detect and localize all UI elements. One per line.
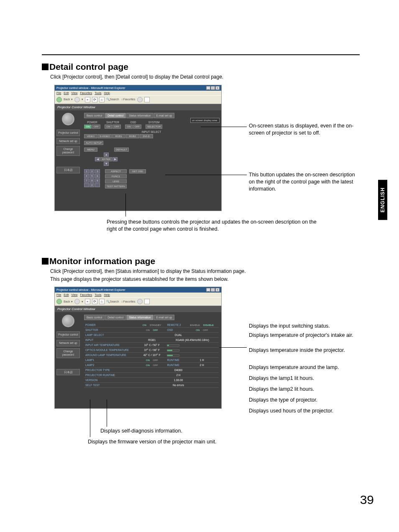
sidebar-japanese[interactable]: 日本語 [56,167,80,173]
close-icon: × [215,86,220,90]
page-number: 39 [360,493,374,507]
minimize-icon: _ [206,86,210,90]
forward-icon[interactable] [74,97,80,102]
ann-b1: Displays the input switching status. [249,323,330,330]
arrow-right[interactable]: ▶ [113,157,118,161]
shutter-off-button[interactable]: OFF [113,125,121,129]
input-video[interactable]: VIDEO [84,134,97,138]
mail-icon[interactable] [144,97,150,102]
browser-window-status: Projector control window - Microsoft Int… [54,287,222,409]
menu-button[interactable]: MENU [84,148,97,152]
browser-window-detail: Projector control window - Microsoft Int… [54,85,222,211]
ann-b7: Displays the type of projector. [249,397,317,404]
osd-display-area: on screen display area [190,118,220,123]
tab-basic[interactable]: Basic control [84,315,105,320]
ann-b10: Displays the firmware version of the pro… [88,438,217,445]
test-pattern-button[interactable]: TEST PATTERN [105,184,127,188]
ann-b8: Displays used hours of the projector. [249,407,333,415]
ann-b3: Displays temperature inside the projecto… [249,347,345,354]
window-controls[interactable]: _□× [206,86,220,90]
toolbar[interactable]: Back ▾ ▾ × ⟳ ⌂ 🔍Search ☆Favorites [55,95,221,104]
tab-status[interactable]: Status information [126,315,153,320]
enter-button[interactable]: ENTER [100,157,112,161]
language-tab: ENGLISH [378,180,387,220]
ann-b4: Displays temperature around the lamp. [249,364,339,371]
history-icon[interactable] [137,97,143,102]
heading-monitor-info: Monitor information page [42,256,360,266]
arrow-down[interactable]: ▼ [104,162,109,166]
lens-button[interactable]: LENS [105,179,127,183]
default-button[interactable]: DEFAULT [114,148,129,152]
favorites-icon[interactable]: ☆Favorites [121,98,136,101]
shutter-on-button[interactable]: ON [105,125,112,129]
osd-on-button[interactable]: ON [125,125,133,129]
sidebar-network-setup[interactable]: Network set up [56,340,80,346]
sidebar-network-setup[interactable]: Network set up [56,138,80,145]
aspect-button[interactable]: ASPECT [105,169,127,173]
tab-basic[interactable]: Basic control [84,113,105,118]
stop-icon[interactable]: × [85,97,90,102]
get-osd-button[interactable]: GET OSD [129,169,146,173]
input-dvid[interactable]: DVI-D [140,134,153,138]
keypad[interactable]: 123 456 789 0 [84,169,100,188]
home-icon[interactable]: ⌂ [99,97,105,102]
status-table: POWERON STANDBYREMOTE 2ENABLE DISABLE SH… [84,323,219,388]
sidebar-projector-control[interactable]: Projector control [56,331,80,338]
globe-icon [62,113,74,125]
tab-detail[interactable]: Detail control [105,113,126,118]
tab-status[interactable]: Status information [126,113,153,118]
power-on-button[interactable]: ON [84,125,92,129]
titlebar: Projector control window - Microsoft Int… [55,85,221,91]
input-rgb2[interactable]: RGB2 [126,134,139,138]
desc-monitor-2: This page displays the projector statuse… [50,276,360,283]
refresh-icon[interactable]: ⟳ [92,97,97,102]
tab-email[interactable]: E-mail set up [154,113,175,118]
osd-off-button[interactable]: OFF [133,125,141,129]
input-svideo[interactable]: S-VIDEO [98,134,112,138]
selector-button[interactable]: SELECTOR [146,125,162,129]
sidebar-change-password[interactable]: Change password [56,146,80,156]
desc-monitor-1: Click [Projector control], then [Status … [50,268,360,275]
sidebar-japanese[interactable]: 日本語 [56,369,80,376]
back-icon[interactable] [56,97,62,102]
desc-detail-control: Click [Projector control], then [Detail … [50,74,360,81]
sidebar-projector-control[interactable]: Projector control [56,130,80,136]
maximize-icon: □ [211,86,215,90]
heading-detail-control: Detail control page [42,62,360,72]
tab-email[interactable]: E-mail set up [154,315,175,320]
sidebar-change-password[interactable]: Change password [56,348,80,358]
power-off-button[interactable]: OFF [92,125,100,129]
input-rgb1[interactable]: RGB1 [112,134,125,138]
ann-b6: Displays the lamp2 lit hours. [249,386,314,393]
ann-b9: Displays self-diagnosis information. [100,428,182,435]
tab-detail[interactable]: Detail control [105,315,126,320]
arrow-left[interactable]: ◀ [95,157,100,161]
top-rule [42,54,360,55]
annotation-osd-status: On-screen status is displayed, even if t… [249,122,360,137]
search-icon[interactable]: 🔍Search [106,98,119,101]
content-header: Projector Control Window [55,104,221,110]
menubar[interactable]: FileEditViewFavoritesToolsHelp [55,91,221,95]
annotation-buttons: Pressing these buttons controls the proj… [107,219,324,233]
ann-b2: Displays temperature of projector's inta… [249,332,358,339]
ann-b5: Displays the lamp1 lit hours. [249,375,314,382]
arrow-up[interactable]: ▲ [104,153,109,157]
func1-button[interactable]: FUNC1 [105,174,127,178]
auto-setup-button[interactable]: AUTO SETUP [84,141,103,145]
annotation-get-osd: This button updates the on-screen descri… [249,171,358,193]
